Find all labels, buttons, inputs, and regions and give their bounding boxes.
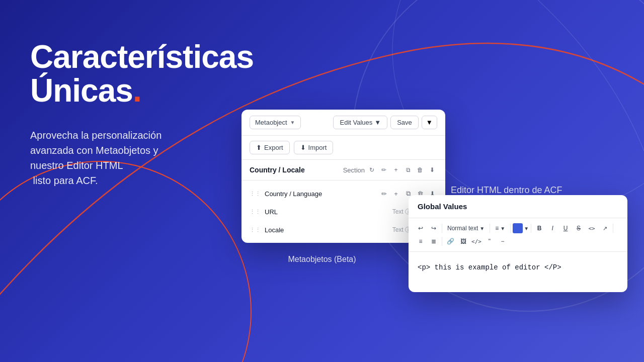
field-name: URL: [265, 208, 388, 216]
toolbar-divider: [490, 224, 490, 233]
add-section-icon[interactable]: +: [391, 165, 401, 175]
subtitle-text: Aprovecha la personalizaciónavanzada con…: [30, 128, 247, 188]
export-button[interactable]: ⬆ Export: [250, 141, 290, 154]
embed-button[interactable]: </>: [470, 235, 482, 247]
meta-actions: ⬆ Export ⬇ Import: [242, 136, 445, 160]
delete-section-icon[interactable]: 🗑: [415, 165, 425, 175]
toolbar-divider: [442, 237, 442, 246]
left-content: Características Únicas. Aprovecha la per…: [30, 40, 247, 188]
section-controls: Section ↻ ✏ + ⧉ 🗑 ⬇: [343, 165, 437, 175]
section-header: Country / Locale Section ↻ ✏ + ⧉ 🗑 ⬇: [242, 160, 445, 180]
heading-arrow-icon: ▼: [500, 226, 505, 231]
minus-button[interactable]: −: [497, 235, 509, 247]
save-dropdown-button[interactable]: ▼: [422, 116, 437, 129]
toolbar-divider: [531, 224, 531, 233]
metaobject-select-label: Metaobject: [255, 119, 287, 126]
heading-dropdown[interactable]: ≡ ▼: [492, 224, 508, 233]
import-button[interactable]: ⬇ Import: [294, 141, 334, 154]
redo-button[interactable]: ↪: [428, 222, 440, 234]
editor-panel-title: Global Values: [409, 195, 627, 218]
meta-toolbar: Metaobject ▼ Edit Values ▼ Save ▼: [242, 110, 445, 136]
edit-values-dropdown-icon: ▼: [374, 119, 381, 126]
page-title: Características Únicas.: [30, 40, 247, 108]
image-button[interactable]: 🖼: [457, 235, 469, 247]
meta-toolbar-right: Edit Values ▼ Save ▼: [333, 116, 437, 129]
text-style-dropdown[interactable]: Normal text ▼: [444, 224, 488, 233]
title-dot: .: [133, 72, 141, 109]
quote-button[interactable]: ": [484, 235, 496, 247]
field-name: Country / Language: [265, 190, 375, 198]
code-inline-button[interactable]: <>: [586, 222, 598, 234]
metaobjects-label: Metaobjetos (Beta): [288, 255, 356, 264]
edit-field-icon[interactable]: ✏: [379, 189, 389, 199]
copy-section-icon[interactable]: ⧉: [403, 165, 413, 175]
toolbar-divider: [510, 224, 511, 233]
ordered-list-button[interactable]: ≣: [428, 235, 440, 247]
drag-handle-icon[interactable]: ⋮⋮: [250, 191, 261, 197]
heading-icon: ≡: [495, 225, 499, 232]
arc-bottom-left: [0, 161, 252, 362]
undo-button[interactable]: ↩: [415, 222, 427, 234]
edit-values-button[interactable]: Edit Values ▼: [333, 116, 387, 129]
save-button[interactable]: Save: [390, 116, 419, 129]
import-icon: ⬇: [300, 144, 306, 151]
strikethrough-button[interactable]: S: [573, 222, 585, 234]
drag-handle-icon[interactable]: ⋮⋮: [250, 209, 261, 215]
editor-text: <p> this is example of editor </P>: [418, 263, 561, 272]
editor-toolbar: ↩ ↪ Normal text ▼ ≡ ▼ ▼ B I U S <> ↗ ≡ ≣…: [409, 218, 627, 252]
color-dropdown-icon[interactable]: ▼: [524, 226, 529, 231]
color-button[interactable]: [513, 223, 523, 233]
text-style-arrow-icon: ▼: [479, 226, 485, 231]
metaobject-select[interactable]: Metaobject ▼: [250, 116, 301, 129]
add-field-icon[interactable]: +: [391, 189, 401, 199]
export-icon: ⬆: [256, 144, 262, 151]
download-section-icon[interactable]: ⬇: [427, 165, 437, 175]
edit-section-icon[interactable]: ✏: [379, 165, 389, 175]
section-title: Country / Locale: [250, 166, 305, 174]
italic-button[interactable]: I: [546, 222, 558, 234]
toolbar-divider: [613, 224, 613, 233]
unordered-list-button[interactable]: ≡: [415, 235, 427, 247]
select-arrow-icon: ▼: [290, 120, 295, 125]
toolbar-divider: [442, 224, 442, 233]
section-label: Section: [343, 166, 365, 174]
underline-button[interactable]: U: [559, 222, 572, 234]
bold-button[interactable]: B: [533, 222, 545, 234]
drag-handle-icon[interactable]: ⋮⋮: [250, 227, 261, 233]
link-button[interactable]: 🔗: [444, 235, 456, 247]
editor-html-label: Editor HTML dentro de ACF: [451, 185, 562, 196]
refresh-icon[interactable]: ↻: [367, 165, 377, 175]
html-editor-panel: Global Values ↩ ↪ Normal text ▼ ≡ ▼ ▼ B …: [409, 195, 627, 292]
subscript-button[interactable]: ↗: [599, 222, 611, 234]
text-style-label: Normal text: [447, 225, 478, 232]
editor-content[interactable]: <p> this is example of editor </P>: [409, 252, 627, 292]
field-name: Locale: [265, 226, 388, 234]
